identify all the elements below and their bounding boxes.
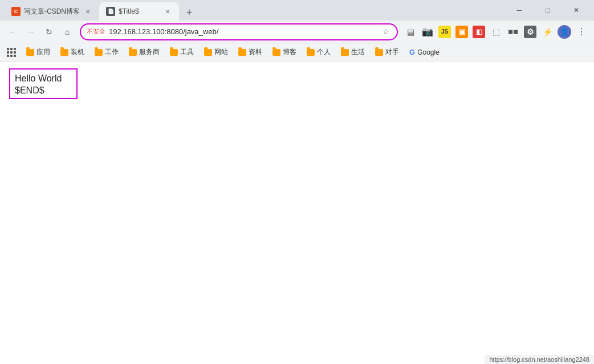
folder-icon <box>26 49 34 56</box>
extensions-icon[interactable]: ⚙ <box>522 24 538 40</box>
bookmark-life[interactable]: 生活 <box>336 46 369 59</box>
menu-button[interactable]: ⋮ <box>573 24 589 40</box>
apps-grid-icon[interactable] <box>5 46 18 59</box>
folder-icon <box>341 49 349 56</box>
hello-world-box: Hello World $END$ <box>9 68 78 99</box>
tab-strip: C 写文章-CSDN博客 ✕ 📄 $Title$ ✕ + <box>5 0 504 21</box>
refresh-button[interactable]: ↻ <box>41 24 57 40</box>
tab-2-close[interactable]: ✕ <box>163 7 172 16</box>
bookmark-vendor-label: 服务商 <box>139 47 160 57</box>
bookmark-website[interactable]: 网站 <box>200 46 233 59</box>
bookmark-tools-label: 工具 <box>180 47 194 57</box>
avatar-circle: 👤 <box>558 25 571 39</box>
home-icon: ⌂ <box>65 27 70 36</box>
title-bar: C 写文章-CSDN博客 ✕ 📄 $Title$ ✕ + ─ □ ✕ <box>0 0 594 21</box>
minimize-button[interactable]: ─ <box>506 1 532 19</box>
google-logo: G <box>409 48 415 56</box>
forward-button[interactable]: → <box>23 24 39 40</box>
security-indicator: 不安全 <box>87 27 105 36</box>
window-controls: ─ □ ✕ <box>506 1 589 19</box>
screen-cast-icon[interactable]: ⬚ <box>488 24 504 40</box>
lightning-icon[interactable]: ⚡ <box>539 24 555 40</box>
folder-icon <box>204 49 212 56</box>
back-button[interactable]: ← <box>5 24 21 40</box>
bookmark-blog[interactable]: 博客 <box>268 46 301 59</box>
reader-icon[interactable]: ▤ <box>402 24 418 40</box>
bookmark-personal[interactable]: 个人 <box>302 46 335 59</box>
bookmark-opponent-label: 对手 <box>385 47 399 57</box>
folder-icon <box>129 49 137 56</box>
folder-icon <box>60 49 68 56</box>
screenshot-icon[interactable]: 📷 <box>420 24 436 40</box>
folder-icon <box>95 49 103 56</box>
bookmark-install-label: 装机 <box>71 47 84 57</box>
bookmark-work[interactable]: 工作 <box>90 46 123 59</box>
folder-icon <box>238 49 246 56</box>
bookmark-install[interactable]: 装机 <box>56 46 89 59</box>
nav-right-icons: ▤ 📷 JS ▣ ◧ ⬚ ◼◼ ⚙ ⚡ <box>402 24 589 40</box>
bookmark-blog-label: 博客 <box>283 47 296 57</box>
folder-icon <box>272 49 280 56</box>
close-button[interactable]: ✕ <box>563 1 589 19</box>
bookmark-opponent[interactable]: 对手 <box>371 46 404 59</box>
tab-1-title: 写文章-CSDN博客 <box>24 7 80 17</box>
page-inner: Hello World $END$ <box>0 62 594 106</box>
bookmark-life-label: 生活 <box>351 47 365 57</box>
bookmark-apps-label: 应用 <box>36 47 50 57</box>
browser-window: C 写文章-CSDN博客 ✕ 📄 $Title$ ✕ + ─ □ ✕ ← → <box>0 0 594 364</box>
hello-world-line1: Hello World <box>15 72 72 85</box>
tab-2-title: $Title$ <box>119 7 160 15</box>
folder-icon <box>375 49 383 56</box>
apps-launcher[interactable] <box>5 46 18 59</box>
bookmark-star-icon[interactable]: ☆ <box>381 27 391 37</box>
tab-2-favicon: 📄 <box>106 7 115 16</box>
folder-icon <box>170 49 178 56</box>
tab-1[interactable]: C 写文章-CSDN博客 ✕ <box>5 2 99 21</box>
folder-icon <box>307 49 315 56</box>
bookmark-vendor[interactable]: 服务商 <box>124 46 164 59</box>
bookmark-tools[interactable]: 工具 <box>165 46 198 59</box>
bookmark-website-label: 网站 <box>214 47 228 57</box>
bookmark-work-label: 工作 <box>105 47 119 57</box>
bookmarks-bar: 应用 装机 工作 服务商 工具 网站 资料 博客 <box>0 43 594 62</box>
hello-world-line2: $END$ <box>15 85 72 96</box>
status-bar: https://blog.csdn.net/aoshiliang2248 <box>485 355 594 364</box>
bookmark-google-label: Google <box>417 48 440 56</box>
apps-dot-grid <box>7 48 16 57</box>
refresh-icon: ↻ <box>46 27 52 36</box>
new-tab-button[interactable]: + <box>181 5 197 21</box>
bookmark-data-label: 资料 <box>249 47 262 57</box>
bookmark-personal-label: 个人 <box>317 47 331 57</box>
bookmark-manager-icon[interactable]: ▣ <box>454 24 470 40</box>
tab-2[interactable]: 📄 $Title$ ✕ <box>99 2 179 21</box>
dual-blocks-icon[interactable]: ◼◼ <box>505 24 521 40</box>
profile-avatar[interactable]: 👤 <box>556 24 572 40</box>
bookmark-apps[interactable]: 应用 <box>22 46 55 59</box>
forward-icon: → <box>27 27 35 36</box>
tab-groups-icon[interactable]: ◧ <box>471 24 487 40</box>
tab-1-favicon: C <box>11 7 21 16</box>
address-bar[interactable]: 不安全 ☆ <box>80 23 398 40</box>
js-extension-icon[interactable]: JS <box>437 24 453 40</box>
address-input[interactable] <box>109 27 377 36</box>
page-content: Hello World $END$ https://blog.csdn.net/… <box>0 62 594 364</box>
tab-1-close[interactable]: ✕ <box>83 7 92 16</box>
back-icon: ← <box>9 27 17 36</box>
nav-bar: ← → ↻ ⌂ 不安全 ☆ ▤ 📷 JS ▣ <box>0 21 594 43</box>
home-button[interactable]: ⌂ <box>59 24 75 40</box>
maximize-button[interactable]: □ <box>535 1 561 19</box>
bookmark-data[interactable]: 资料 <box>234 46 267 59</box>
bookmark-google[interactable]: G Google <box>405 46 444 58</box>
